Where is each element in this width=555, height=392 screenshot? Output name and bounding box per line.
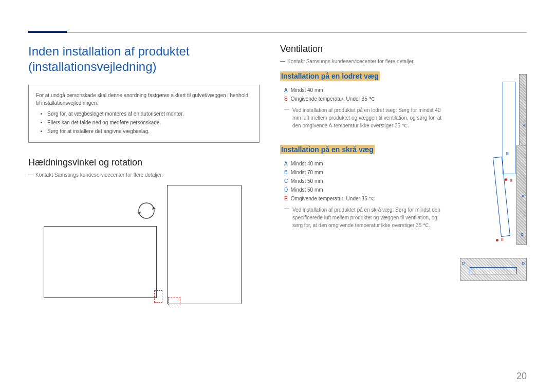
warning-bullet: Sørg for, at vægbeslaget monteres af en …: [47, 110, 252, 118]
vertical-note: Ved installation af produktet på en lodr…: [280, 106, 445, 129]
label-a: A: [284, 86, 289, 95]
warning-bullet: Ellers kan det falde ned og medføre pers…: [47, 119, 252, 126]
spec-value: Mindst 40 mm: [291, 87, 323, 93]
page-body: Inden installation af produktet (install…: [28, 26, 527, 319]
warning-intro: For at undgå personskade skal denne anor…: [36, 91, 252, 107]
slanted-wall-section: Installation på en skrå væg A Mindst 40 …: [280, 145, 527, 284]
right-column: Ventilation Kontakt Samsungs kundeservic…: [280, 44, 527, 319]
diagram-label-a: A: [523, 123, 526, 127]
warning-list: Sørg for, at vægbeslaget monteres af en …: [36, 110, 252, 135]
rotation-diagram: [28, 185, 249, 319]
spec-value: Omgivende temperatur: Under 35 ℃: [291, 96, 375, 102]
temp-dot-icon: [496, 239, 498, 241]
ventilation-heading: Ventilation: [280, 44, 527, 54]
diagram-label-a: A: [522, 194, 524, 198]
tilt-heading: Hældningsvinkel og rotation: [28, 157, 260, 168]
label-c: C: [284, 177, 289, 185]
spec-value: Mindst 40 mm: [291, 161, 323, 166]
main-heading-line2: (installationsvejledning): [28, 60, 156, 73]
tilt-note: Kontakt Samsungs kundeservicecenter for …: [28, 172, 260, 178]
diagram-label-d: D: [462, 261, 465, 266]
spec-value: Mindst 50 mm: [291, 187, 323, 193]
left-column: Inden installation af produktet (install…: [28, 44, 260, 319]
label-e: E: [284, 194, 289, 203]
warning-box: For at undgå personskade skal denne anor…: [28, 85, 260, 143]
label-b: B: [284, 168, 289, 177]
diagram-label-e: E: [501, 237, 504, 242]
vertical-heading: Installation på en lodret væg: [280, 71, 380, 81]
label-b: B: [284, 95, 289, 103]
panel-side: [493, 157, 510, 237]
warning-bullet: Sørg for at installere det angivne vægbe…: [47, 127, 252, 135]
rotate-arrow-icon: [136, 200, 157, 221]
floor-hatch: [460, 258, 527, 281]
panel-top: [470, 267, 517, 274]
pivot-marker: [154, 290, 162, 303]
diagram-label-b: B: [506, 151, 509, 156]
slanted-note: Ved installation af produktet på en skrå…: [280, 206, 445, 229]
slanted-heading: Installation på en skrå væg: [280, 145, 375, 154]
landscape-rect: [44, 226, 157, 298]
page-number: 20: [516, 371, 527, 382]
header-accent: [28, 31, 67, 33]
spec-value: Mindst 70 mm: [291, 170, 323, 175]
pivot-marker: [168, 297, 180, 305]
diagram-label-d: D: [522, 261, 525, 266]
vertical-wall-section: Installation på en lodret væg A Mindst 4…: [280, 71, 527, 129]
label-d: D: [284, 185, 289, 194]
spec-value: Mindst 50 mm: [291, 178, 323, 184]
svg-point-0: [139, 203, 154, 218]
header-rule: [28, 32, 527, 33]
ventilation-note: Kontakt Samsungs kundeservicecenter for …: [280, 59, 527, 64]
main-heading-line1: Inden installation af produktet: [28, 44, 190, 58]
slanted-wall-diagram: B A C E D D: [460, 145, 527, 281]
diagram-label-c: C: [521, 232, 524, 237]
spec-value: Omgivende temperatur: Under 35 ℃: [291, 196, 375, 201]
main-heading: Inden installation af produktet (install…: [28, 44, 260, 74]
label-a: A: [284, 159, 289, 168]
portrait-rect: [167, 185, 242, 304]
